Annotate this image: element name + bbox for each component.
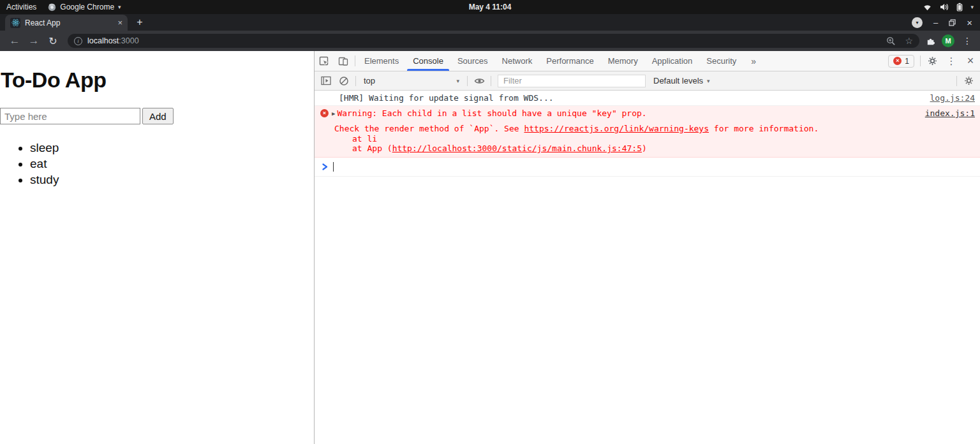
browser-toolbar: ← → ↻ i localhost :3000 ☆ M ⋮	[0, 31, 980, 51]
stack-frame: at App (http://localhost:3000/static/js/…	[352, 144, 975, 153]
log-source-link[interactable]: log.js:24	[930, 93, 975, 103]
log-levels-dropdown[interactable]: Default levels ▾	[653, 76, 710, 85]
tab-search-button[interactable]: ▾	[912, 17, 923, 28]
devtools-tab-console[interactable]: Console	[406, 51, 450, 71]
devtools-tab-elements[interactable]: Elements	[357, 51, 406, 71]
system-tray[interactable]: ▾	[923, 3, 980, 11]
divider	[355, 76, 356, 86]
devtools-tab-performance[interactable]: Performance	[539, 51, 600, 71]
react-app-page: To-Do App Add sleep eat study	[0, 51, 314, 444]
system-clock[interactable]: May 4 11:04	[0, 3, 980, 11]
console-filter-input[interactable]	[498, 75, 646, 87]
window-close-button[interactable]: ×	[967, 18, 972, 27]
tab-close-icon[interactable]: ×	[117, 18, 122, 27]
error-count-badge[interactable]: × 1	[888, 55, 914, 68]
divider	[467, 76, 468, 86]
error-message: Warning: Each child in a list should hav…	[337, 108, 646, 118]
browser-tab-strip: React App × + ▾ – ×	[0, 14, 980, 31]
devtools-menu-icon[interactable]: ⋮	[942, 51, 961, 71]
add-button[interactable]: Add	[142, 108, 174, 124]
console-sidebar-icon[interactable]	[317, 76, 335, 85]
console-settings-icon[interactable]	[960, 76, 977, 85]
devtools-tab-bar: Elements Console Sources Network Perform…	[315, 51, 980, 71]
tray-caret-icon: ▾	[970, 4, 974, 10]
device-toolbar-icon[interactable]	[334, 51, 353, 71]
divider	[491, 76, 491, 86]
bookmark-star-icon[interactable]: ☆	[905, 36, 913, 46]
forward-button[interactable]: →	[26, 34, 42, 47]
chunk-source-link[interactable]: http://localhost:3000/static/js/main.chu…	[392, 144, 642, 153]
system-top-bar: Activities Google Chrome ▾ May 4 11:04 ▾	[0, 0, 980, 14]
levels-caret-icon: ▾	[707, 78, 710, 84]
battery-icon	[956, 3, 963, 11]
react-favicon-icon	[10, 18, 20, 28]
devtools-tab-application[interactable]: Application	[645, 51, 700, 71]
inspect-element-icon[interactable]	[315, 51, 334, 71]
window-minimize-button[interactable]: –	[933, 18, 938, 27]
page-title: To-Do App	[1, 68, 314, 93]
live-expression-eye-icon[interactable]	[470, 77, 488, 85]
text-cursor	[333, 162, 334, 172]
prompt-chevron-icon	[322, 163, 328, 170]
console-toolbar: top ▾ Default levels ▾	[315, 71, 980, 91]
site-info-icon[interactable]: i	[74, 37, 82, 45]
address-bar[interactable]: i localhost :3000 ☆	[68, 34, 919, 48]
stack-frame: at li	[352, 134, 975, 144]
clear-console-icon[interactable]	[335, 76, 353, 86]
console-log-row[interactable]: [HMR] Waiting for update signal from WDS…	[315, 91, 980, 106]
console-prompt[interactable]	[315, 158, 980, 177]
devtools-tab-network[interactable]: Network	[495, 51, 540, 71]
devtools-tab-memory[interactable]: Memory	[601, 51, 645, 71]
wifi-icon	[923, 4, 932, 11]
browser-menu-icon[interactable]: ⋮	[961, 36, 974, 46]
devtools-settings-icon[interactable]	[923, 51, 942, 71]
extensions-icon[interactable]	[926, 36, 935, 46]
expand-triangle-icon[interactable]: ▶	[332, 110, 335, 117]
divider	[956, 76, 957, 86]
log-message: [HMR] Waiting for update signal from WDS…	[315, 93, 554, 103]
back-button[interactable]: ←	[6, 34, 23, 47]
devtools-close-icon[interactable]: ×	[961, 51, 980, 71]
content-area: To-Do App Add sleep eat study Elements C…	[0, 51, 980, 444]
more-tabs-icon[interactable]: »	[743, 51, 764, 71]
todo-item: eat	[30, 157, 314, 171]
window-restore-button[interactable]	[949, 19, 956, 26]
todo-input[interactable]	[0, 108, 140, 124]
todo-list: sleep eat study	[0, 141, 314, 187]
todo-item: study	[30, 173, 314, 187]
error-icon: ×	[893, 57, 902, 65]
tab-title: React App	[25, 18, 113, 27]
zoom-icon[interactable]	[886, 36, 896, 46]
url-host: localhost	[87, 36, 119, 45]
context-selector[interactable]: top ▾	[359, 76, 464, 85]
divider	[920, 56, 921, 66]
reload-button[interactable]: ↻	[45, 35, 61, 47]
devtools-tab-security[interactable]: Security	[699, 51, 743, 71]
console-error-row[interactable]: × ▶ Warning: Each child in a list should…	[315, 106, 980, 158]
context-caret-icon: ▾	[456, 78, 459, 84]
divider	[355, 56, 355, 66]
warning-keys-link[interactable]: https://reactjs.org/link/warning-keys	[524, 124, 709, 133]
error-detail: Check the render method of `App`. See ht…	[334, 124, 975, 133]
error-source-link[interactable]: index.js:1	[925, 108, 975, 118]
profile-avatar[interactable]: M	[942, 34, 954, 47]
devtools-panel: Elements Console Sources Network Perform…	[314, 51, 980, 444]
new-tab-button[interactable]: +	[131, 15, 148, 30]
error-icon: ×	[320, 109, 329, 117]
volume-icon	[940, 3, 949, 11]
console-output: [HMR] Waiting for update signal from WDS…	[315, 91, 980, 177]
browser-tab-react-app[interactable]: React App ×	[5, 15, 128, 31]
devtools-tab-sources[interactable]: Sources	[450, 51, 495, 71]
url-port: :3000	[119, 36, 138, 45]
todo-item: sleep	[30, 141, 314, 155]
